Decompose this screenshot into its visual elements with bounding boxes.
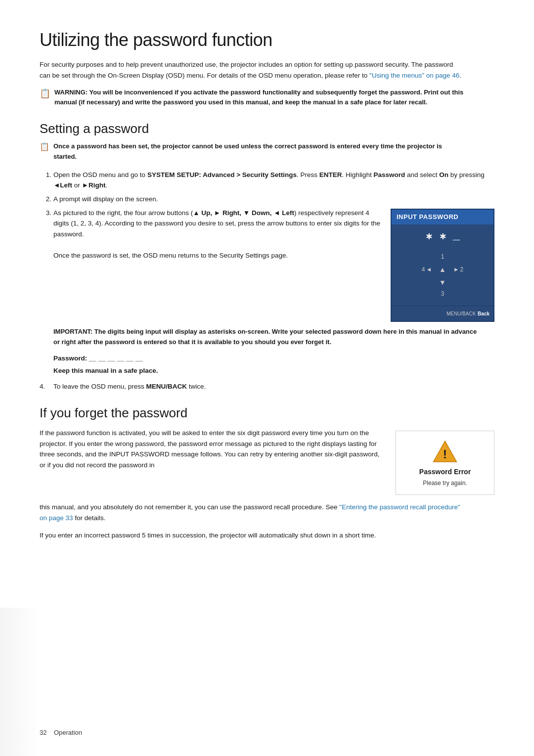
ip-footer: MENU/BACK Back [392,306,493,321]
keep-manual: Keep this manual in a safe place. [53,367,494,374]
forgot-text-block: If the password function is activated, y… [40,428,384,470]
important-note: IMPORTANT: The digits being input will d… [53,327,479,348]
intro-link[interactable]: "Using the menus" on page 46 [369,72,459,79]
note-icon: 📋 [40,142,49,151]
ip-header: INPUT PASSWORD [392,210,493,225]
step-3: As pictured to the right, the four arrow… [53,208,494,348]
page-number: 32 [40,729,46,736]
ip-arrow-left: ◄ [426,265,432,274]
forgot-last: If you enter an incorrect password 5 tim… [40,530,465,541]
ip-num1: 1 [441,252,445,262]
ip-footer-back: Back [478,311,490,316]
intro-paragraph: For security purposes and to help preven… [40,59,465,81]
page-footer: 32 Operation [40,729,82,736]
pe-title: Password Error [419,468,471,476]
input-password-diagram: INPUT PASSWORD ∗ ∗ _ 1 4 ◄ ▲ [391,209,494,322]
ip-arrow-right: ► [453,265,459,274]
ip-arrow-down: ▼ [439,277,446,288]
warning-icon: 📋 [40,88,50,99]
page-section: Operation [54,729,82,736]
section-setting-password: Setting a password [40,121,494,136]
ip-num4: 4 [422,265,425,274]
ip-footer-prefix: MENU/BACK [446,311,476,316]
ip-arrow-up: ▲ [439,264,446,275]
ip-body: ∗ ∗ _ 1 4 ◄ ▲ ► 2 [392,224,493,306]
forgot-continued: this manual, and you absolutely do not r… [40,502,465,523]
section-forget-password: If you forget the password [40,405,494,421]
warning-box: 📋 WARNING: You will be inconvenienced if… [40,88,465,107]
warning-text: WARNING: You will be inconvenienced if y… [54,88,465,107]
step-1: Open the OSD menu and go to SYSTEM SETUP… [53,170,494,191]
password-line: Password: __ __ __ __ __ __ [53,355,494,362]
forgot-container: If the password function is activated, y… [40,428,494,495]
password-error-diagram: ! Password Error Please try again. [396,431,494,495]
page-title: Utilizing the password function [40,30,494,50]
step-2: A prompt will display on the screen. [53,194,494,205]
note-box: 📋 Once a password has been set, the proj… [40,141,465,161]
pe-subtitle: Please try again. [423,480,467,487]
step-4: To leave the OSD menu, press MENU/BACK t… [40,381,494,392]
ip-nav: 1 4 ◄ ▲ ► 2 ▼ [419,251,466,299]
note-text: Once a password has been set, the projec… [53,141,465,161]
ip-num2: 2 [460,265,464,274]
ip-asterisks: ∗ ∗ _ [425,229,460,244]
ip-num3: 3 [441,289,445,299]
step3-text: As pictured to the right, the four arrow… [53,208,381,261]
pe-warning-triangle-icon: ! [433,439,457,464]
svg-text:!: ! [443,448,447,461]
steps-list: Open the OSD menu and go to SYSTEM SETUP… [40,170,494,348]
